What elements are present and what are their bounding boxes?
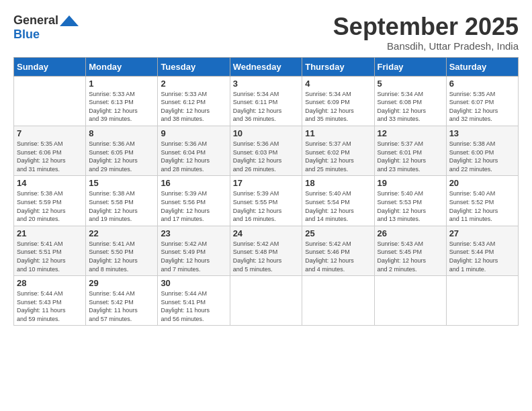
calendar-cell: 28Sunrise: 5:44 AM Sunset: 5:43 PM Dayli…: [14, 276, 86, 326]
calendar-cell: 14Sunrise: 5:38 AM Sunset: 5:59 PM Dayli…: [14, 176, 86, 226]
day-number: 10: [233, 128, 300, 138]
calendar-cell: 22Sunrise: 5:41 AM Sunset: 5:50 PM Dayli…: [86, 226, 158, 275]
calendar-cell: 24Sunrise: 5:42 AM Sunset: 5:48 PM Dayli…: [230, 226, 302, 275]
day-info: Sunrise: 5:36 AM Sunset: 6:04 PM Dayligh…: [161, 140, 226, 173]
calendar-week-4: 21Sunrise: 5:41 AM Sunset: 5:51 PM Dayli…: [14, 226, 519, 275]
location-subtitle: Bansdih, Uttar Pradesh, India: [333, 40, 519, 52]
calendar-week-5: 28Sunrise: 5:44 AM Sunset: 5:43 PM Dayli…: [14, 276, 519, 326]
weekday-sunday: Sunday: [14, 57, 86, 76]
calendar-cell: 9Sunrise: 5:36 AM Sunset: 6:04 PM Daylig…: [158, 126, 230, 175]
month-title: September 2025: [333, 13, 519, 40]
day-info: Sunrise: 5:44 AM Sunset: 5:43 PM Dayligh…: [17, 289, 83, 323]
calendar-cell: 23Sunrise: 5:42 AM Sunset: 5:49 PM Dayli…: [158, 226, 230, 275]
weekday-friday: Friday: [374, 57, 446, 76]
day-number: 26: [378, 228, 443, 238]
day-number: 3: [233, 79, 300, 89]
day-number: 28: [17, 278, 83, 288]
day-info: Sunrise: 5:36 AM Sunset: 6:03 PM Dayligh…: [233, 140, 300, 173]
day-info: Sunrise: 5:37 AM Sunset: 6:02 PM Dayligh…: [305, 140, 371, 173]
calendar-cell: [374, 276, 446, 326]
page-header: General Blue September 2025 Bansdih, Utt…: [13, 13, 519, 52]
day-info: Sunrise: 5:34 AM Sunset: 6:11 PM Dayligh…: [233, 90, 300, 124]
day-info: Sunrise: 5:43 AM Sunset: 5:45 PM Dayligh…: [378, 240, 443, 273]
day-info: Sunrise: 5:33 AM Sunset: 6:13 PM Dayligh…: [89, 90, 154, 124]
day-number: 17: [233, 178, 300, 188]
day-number: 6: [449, 79, 515, 89]
calendar-cell: 12Sunrise: 5:37 AM Sunset: 6:01 PM Dayli…: [374, 126, 446, 175]
day-info: Sunrise: 5:39 AM Sunset: 5:56 PM Dayligh…: [161, 189, 226, 223]
day-info: Sunrise: 5:35 AM Sunset: 6:06 PM Dayligh…: [17, 140, 83, 173]
calendar-cell: 6Sunrise: 5:35 AM Sunset: 6:07 PM Daylig…: [446, 76, 518, 126]
calendar-cell: 15Sunrise: 5:38 AM Sunset: 5:58 PM Dayli…: [86, 176, 158, 226]
day-number: 9: [161, 128, 226, 138]
day-info: Sunrise: 5:43 AM Sunset: 5:44 PM Dayligh…: [449, 240, 515, 273]
calendar-cell: 20Sunrise: 5:40 AM Sunset: 5:52 PM Dayli…: [446, 176, 518, 226]
calendar-cell: 29Sunrise: 5:44 AM Sunset: 5:42 PM Dayli…: [86, 276, 158, 326]
weekday-monday: Monday: [86, 57, 158, 76]
day-info: Sunrise: 5:38 AM Sunset: 6:00 PM Dayligh…: [449, 140, 515, 173]
calendar-table: SundayMondayTuesdayWednesdayThursdayFrid…: [13, 57, 519, 326]
day-info: Sunrise: 5:44 AM Sunset: 5:41 PM Dayligh…: [161, 289, 226, 323]
logo: General Blue: [13, 13, 79, 42]
day-number: 16: [161, 178, 226, 188]
calendar-cell: 13Sunrise: 5:38 AM Sunset: 6:00 PM Dayli…: [446, 126, 518, 175]
day-info: Sunrise: 5:36 AM Sunset: 6:05 PM Dayligh…: [89, 140, 154, 173]
day-info: Sunrise: 5:41 AM Sunset: 5:50 PM Dayligh…: [89, 240, 154, 273]
day-number: 5: [378, 79, 443, 89]
calendar-cell: 4Sunrise: 5:34 AM Sunset: 6:09 PM Daylig…: [302, 76, 374, 126]
day-info: Sunrise: 5:42 AM Sunset: 5:49 PM Dayligh…: [161, 240, 226, 273]
calendar-cell: 27Sunrise: 5:43 AM Sunset: 5:44 PM Dayli…: [446, 226, 518, 275]
day-info: Sunrise: 5:37 AM Sunset: 6:01 PM Dayligh…: [378, 140, 443, 173]
day-info: Sunrise: 5:40 AM Sunset: 5:52 PM Dayligh…: [449, 189, 515, 223]
day-number: 8: [89, 128, 154, 138]
calendar-cell: 11Sunrise: 5:37 AM Sunset: 6:02 PM Dayli…: [302, 126, 374, 175]
day-number: 22: [89, 228, 154, 238]
logo-blue: Blue: [13, 28, 40, 42]
calendar-cell: 7Sunrise: 5:35 AM Sunset: 6:06 PM Daylig…: [14, 126, 86, 175]
day-info: Sunrise: 5:39 AM Sunset: 5:55 PM Dayligh…: [233, 189, 300, 223]
svg-marker-0: [60, 15, 79, 26]
day-info: Sunrise: 5:44 AM Sunset: 5:42 PM Dayligh…: [89, 289, 154, 323]
day-number: 23: [161, 228, 226, 238]
day-info: Sunrise: 5:35 AM Sunset: 6:07 PM Dayligh…: [449, 90, 515, 124]
calendar-cell: 26Sunrise: 5:43 AM Sunset: 5:45 PM Dayli…: [374, 226, 446, 275]
calendar-cell: [302, 276, 374, 326]
day-number: 27: [449, 228, 515, 238]
day-number: 24: [233, 228, 300, 238]
day-number: 29: [89, 278, 154, 288]
calendar-cell: 3Sunrise: 5:34 AM Sunset: 6:11 PM Daylig…: [230, 76, 302, 126]
calendar-cell: 18Sunrise: 5:40 AM Sunset: 5:54 PM Dayli…: [302, 176, 374, 226]
calendar-cell: 30Sunrise: 5:44 AM Sunset: 5:41 PM Dayli…: [158, 276, 230, 326]
title-block: September 2025 Bansdih, Uttar Pradesh, I…: [333, 13, 519, 52]
day-number: 20: [449, 178, 515, 188]
day-number: 15: [89, 178, 154, 188]
day-info: Sunrise: 5:40 AM Sunset: 5:54 PM Dayligh…: [305, 189, 371, 223]
day-number: 13: [449, 128, 515, 138]
logo-general: General: [13, 13, 58, 28]
day-info: Sunrise: 5:40 AM Sunset: 5:53 PM Dayligh…: [378, 189, 443, 223]
day-number: 1: [89, 79, 154, 89]
day-number: 25: [305, 228, 371, 238]
calendar-cell: 5Sunrise: 5:34 AM Sunset: 6:08 PM Daylig…: [374, 76, 446, 126]
weekday-tuesday: Tuesday: [158, 57, 230, 76]
day-info: Sunrise: 5:41 AM Sunset: 5:51 PM Dayligh…: [17, 240, 83, 273]
day-number: 7: [17, 128, 83, 138]
day-info: Sunrise: 5:38 AM Sunset: 5:59 PM Dayligh…: [17, 189, 83, 223]
weekday-header-row: SundayMondayTuesdayWednesdayThursdayFrid…: [14, 57, 519, 76]
weekday-wednesday: Wednesday: [230, 57, 302, 76]
calendar-cell: [14, 76, 86, 126]
calendar-cell: 2Sunrise: 5:33 AM Sunset: 6:12 PM Daylig…: [158, 76, 230, 126]
calendar-cell: 19Sunrise: 5:40 AM Sunset: 5:53 PM Dayli…: [374, 176, 446, 226]
weekday-saturday: Saturday: [446, 57, 518, 76]
calendar-cell: 10Sunrise: 5:36 AM Sunset: 6:03 PM Dayli…: [230, 126, 302, 175]
calendar-cell: 16Sunrise: 5:39 AM Sunset: 5:56 PM Dayli…: [158, 176, 230, 226]
weekday-thursday: Thursday: [302, 57, 374, 76]
day-number: 21: [17, 228, 83, 238]
day-number: 14: [17, 178, 83, 188]
day-number: 19: [378, 178, 443, 188]
calendar-body: 1Sunrise: 5:33 AM Sunset: 6:13 PM Daylig…: [14, 76, 519, 326]
calendar-cell: 1Sunrise: 5:33 AM Sunset: 6:13 PM Daylig…: [86, 76, 158, 126]
day-number: 12: [378, 128, 443, 138]
calendar-cell: [446, 276, 518, 326]
calendar-cell: 8Sunrise: 5:36 AM Sunset: 6:05 PM Daylig…: [86, 126, 158, 175]
